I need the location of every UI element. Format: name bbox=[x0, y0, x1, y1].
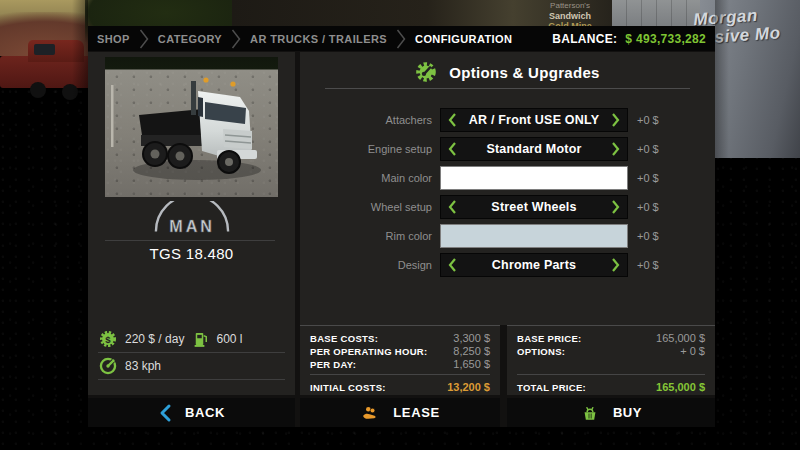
back-button-label: BACK bbox=[185, 405, 225, 420]
breadcrumb-bar: SHOP CATEGORY AR TRUCKS / TRAILERS CONFI… bbox=[88, 26, 715, 51]
option-price: +0 $ bbox=[637, 230, 659, 242]
cost-value: 165,000 $ bbox=[656, 332, 705, 344]
cost-value: 8,250 $ bbox=[453, 345, 490, 357]
maintenance-cost-icon: $ bbox=[98, 329, 118, 349]
option-row-attachers: Attachers AR / Front USE ONLY +0 $ bbox=[300, 108, 715, 132]
option-value: AR / Front USE ONLY bbox=[458, 113, 610, 127]
config-panel: Options & Upgrades Attachers AR / Front … bbox=[300, 52, 715, 395]
option-label: Rim color bbox=[300, 230, 440, 242]
options-header: Options & Upgrades bbox=[300, 61, 715, 83]
back-button[interactable]: BACK bbox=[88, 398, 295, 427]
chevron-right-icon bbox=[396, 29, 406, 49]
engine-setup-selector: Standard Motor bbox=[440, 137, 628, 161]
prev-option-button[interactable] bbox=[447, 141, 458, 157]
option-price: +0 $ bbox=[637, 143, 659, 155]
option-value: Chrome Parts bbox=[458, 258, 610, 272]
option-row-design: Design Chrome Parts +0 $ bbox=[300, 253, 715, 277]
balance-label: BALANCE: bbox=[552, 32, 617, 46]
gear-wrench-icon bbox=[415, 61, 437, 83]
lease-button-label: LEASE bbox=[393, 405, 439, 420]
divider bbox=[500, 325, 507, 395]
option-price: +0 $ bbox=[637, 172, 659, 184]
breadcrumb: SHOP CATEGORY AR TRUCKS / TRAILERS CONFI… bbox=[97, 29, 552, 49]
main-color-swatch[interactable] bbox=[440, 166, 628, 190]
divider bbox=[105, 240, 275, 241]
cost-label: BASE PRICE: bbox=[517, 333, 582, 344]
option-row-rim-color: Rim color +0 $ bbox=[300, 224, 715, 248]
breadcrumb-item-configuration: CONFIGURATION bbox=[415, 33, 512, 45]
prev-option-button[interactable] bbox=[447, 199, 458, 215]
initial-costs-label: INITIAL COSTS: bbox=[310, 382, 386, 393]
chevron-right-icon bbox=[231, 29, 241, 49]
option-row-main-color: Main color +0 $ bbox=[300, 166, 715, 190]
sign-line: Sandwich bbox=[518, 11, 622, 21]
option-label: Wheel setup bbox=[300, 201, 440, 213]
panel-shadow bbox=[72, 0, 88, 450]
option-label: Attachers bbox=[300, 114, 440, 126]
option-row-engine-setup: Engine setup Standard Motor +0 $ bbox=[300, 137, 715, 161]
price-summary: BASE PRICE:165,000 $ OPTIONS:+ 0 $ TOTAL… bbox=[507, 325, 715, 395]
balance: BALANCE: $ 493,733,282 bbox=[552, 32, 706, 46]
man-logo: MAN bbox=[88, 201, 295, 239]
stat-value: 600 l bbox=[217, 332, 243, 346]
prev-option-button[interactable] bbox=[447, 112, 458, 128]
divider bbox=[325, 88, 690, 89]
option-label: Main color bbox=[300, 172, 440, 184]
back-chevron-icon bbox=[158, 403, 172, 423]
vehicle-preview-image bbox=[105, 57, 278, 197]
option-price: +0 $ bbox=[637, 201, 659, 213]
cost-label: PER OPERATING HOUR: bbox=[310, 346, 427, 357]
design-selector: Chrome Parts bbox=[440, 253, 628, 277]
divider bbox=[98, 352, 285, 353]
vehicle-stats: $ 220 $ / day 600 l bbox=[98, 328, 285, 382]
sign-line: Patterson's bbox=[518, 1, 622, 11]
divider bbox=[98, 379, 285, 380]
buy-button-label: BUY bbox=[613, 405, 642, 420]
truck-illustration bbox=[105, 57, 278, 197]
wheel-setup-selector: Street Wheels bbox=[440, 195, 628, 219]
total-price-value: 165,000 $ bbox=[656, 381, 705, 393]
option-value: Street Wheels bbox=[458, 200, 610, 214]
breadcrumb-item-category[interactable]: CATEGORY bbox=[158, 33, 222, 45]
operating-costs-summary: BASE COSTS:3,300 $ PER OPERATING HOUR:8,… bbox=[300, 325, 500, 395]
next-option-button[interactable] bbox=[610, 141, 621, 157]
vehicle-panel: MAN TGS 18.480 $ 220 $ / day bbox=[88, 52, 295, 395]
cost-value: 3,300 $ bbox=[453, 332, 490, 344]
divider bbox=[517, 374, 705, 375]
panel-shadow bbox=[715, 0, 729, 450]
next-option-button[interactable] bbox=[610, 112, 621, 128]
fuel-stat: 600 l bbox=[192, 329, 286, 349]
cost-label: OPTIONS: bbox=[517, 346, 565, 357]
prev-option-button[interactable] bbox=[447, 257, 458, 273]
buy-button[interactable]: BUY bbox=[507, 398, 715, 427]
option-label: Design bbox=[300, 259, 440, 271]
option-value: Standard Motor bbox=[458, 142, 610, 156]
cost-label: BASE COSTS: bbox=[310, 333, 378, 344]
option-price: +0 $ bbox=[637, 259, 659, 271]
cost-value: 1,650 $ bbox=[453, 358, 490, 370]
speed-stat: 83 kph bbox=[98, 356, 285, 376]
breadcrumb-item-shop[interactable]: SHOP bbox=[97, 33, 130, 45]
stat-value: 83 kph bbox=[125, 359, 161, 373]
next-option-button[interactable] bbox=[610, 257, 621, 273]
divider bbox=[310, 374, 490, 375]
maintenance-stat: $ 220 $ / day bbox=[98, 329, 192, 349]
cost-value: + 0 $ bbox=[680, 345, 705, 357]
svg-text:$: $ bbox=[105, 334, 111, 345]
option-price: +0 $ bbox=[637, 114, 659, 126]
initial-costs-value: 13,200 $ bbox=[447, 381, 490, 393]
balance-value: $ 493,733,282 bbox=[625, 32, 706, 46]
vehicle-name: TGS 18.480 bbox=[88, 245, 295, 262]
breadcrumb-item-ar-trucks-trailers[interactable]: AR TRUCKS / TRAILERS bbox=[250, 33, 387, 45]
total-price-label: TOTAL PRICE: bbox=[517, 382, 586, 393]
options-title: Options & Upgrades bbox=[449, 64, 599, 81]
option-label: Engine setup bbox=[300, 143, 440, 155]
rim-color-swatch[interactable] bbox=[440, 224, 628, 248]
stat-value: 220 $ / day bbox=[125, 332, 184, 346]
buy-basket-icon bbox=[580, 403, 600, 423]
cost-label: PER DAY: bbox=[310, 359, 356, 370]
brand-text: MAN bbox=[169, 217, 214, 235]
next-option-button[interactable] bbox=[610, 199, 621, 215]
lease-hand-coins-icon bbox=[360, 403, 380, 423]
lease-button[interactable]: LEASE bbox=[300, 398, 500, 427]
